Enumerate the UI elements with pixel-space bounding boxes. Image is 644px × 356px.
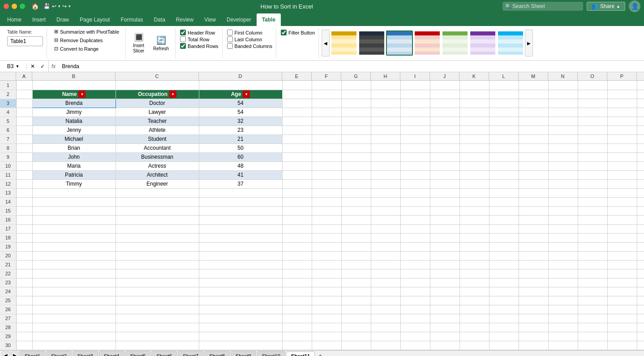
cell-J9[interactable] xyxy=(430,152,459,161)
cell-H29[interactable] xyxy=(371,332,400,341)
cell-K10[interactable] xyxy=(459,161,489,170)
cell-Q5[interactable] xyxy=(637,117,644,126)
cell-P12[interactable] xyxy=(607,179,637,188)
cell-K28[interactable] xyxy=(459,323,489,332)
cell-F10[interactable] xyxy=(312,161,341,170)
first-column-checkbox[interactable]: First Column xyxy=(227,30,272,35)
cell-A29[interactable] xyxy=(16,332,32,341)
cell-Q6[interactable] xyxy=(637,126,644,135)
cell-Q30[interactable] xyxy=(637,341,644,350)
cell-H7[interactable] xyxy=(371,135,400,143)
cell-K26[interactable] xyxy=(459,305,489,314)
cell-C7[interactable]: Student xyxy=(116,135,199,143)
cell-K20[interactable] xyxy=(459,251,489,260)
redo-icon[interactable]: ↪ xyxy=(62,3,67,9)
cell-G28[interactable] xyxy=(341,323,371,332)
cell-J4[interactable] xyxy=(430,108,459,117)
cell-B4[interactable]: Jimmy xyxy=(32,108,116,117)
cell-E28[interactable] xyxy=(282,323,312,332)
col-header-M[interactable]: M xyxy=(519,72,548,80)
col-header-N[interactable]: N xyxy=(548,72,578,80)
cell-B20[interactable] xyxy=(32,251,116,260)
cell-I30[interactable] xyxy=(400,341,430,350)
cell-I21[interactable] xyxy=(400,260,430,269)
ribbon-tab-home[interactable]: Home xyxy=(2,13,27,26)
ribbon-tab-insert[interactable]: Insert xyxy=(27,13,51,26)
row-number-22[interactable]: 22 xyxy=(0,269,16,278)
cell-M8[interactable] xyxy=(519,143,548,152)
cell-G19[interactable] xyxy=(341,242,371,251)
cell-H19[interactable] xyxy=(371,242,400,251)
cell-G24[interactable] xyxy=(341,287,371,296)
sheet-tab-sheet2[interactable]: Sheet2 xyxy=(46,351,72,356)
cell-O28[interactable] xyxy=(578,323,607,332)
cell-G11[interactable] xyxy=(341,170,371,179)
maximize-button[interactable] xyxy=(20,4,25,9)
cell-Q13[interactable] xyxy=(637,188,644,197)
customize-icon[interactable]: ▾ xyxy=(69,4,71,9)
table-style-thumb-0[interactable] xyxy=(331,30,357,56)
cell-E26[interactable] xyxy=(282,305,312,314)
cell-F17[interactable] xyxy=(312,224,341,233)
cell-D16[interactable] xyxy=(199,215,282,224)
cell-L2[interactable] xyxy=(489,90,519,99)
cell-G29[interactable] xyxy=(341,332,371,341)
cell-P10[interactable] xyxy=(607,161,637,170)
row-number-4[interactable]: 4 xyxy=(0,108,16,117)
cell-I9[interactable] xyxy=(400,152,430,161)
cell-I28[interactable] xyxy=(400,323,430,332)
cell-P16[interactable] xyxy=(607,215,637,224)
cell-J10[interactable] xyxy=(430,161,459,170)
cell-E20[interactable] xyxy=(282,251,312,260)
cell-J1[interactable] xyxy=(430,81,459,90)
row-number-27[interactable]: 27 xyxy=(0,314,16,323)
cell-A13[interactable] xyxy=(16,188,32,197)
cell-H20[interactable] xyxy=(371,251,400,260)
cell-A21[interactable] xyxy=(16,260,32,269)
cell-P31[interactable] xyxy=(607,350,637,350)
cell-B22[interactable] xyxy=(32,269,116,278)
cell-D12[interactable]: 37 xyxy=(199,179,282,188)
cell-N29[interactable] xyxy=(548,332,578,341)
cell-I26[interactable] xyxy=(400,305,430,314)
cell-O4[interactable] xyxy=(578,108,607,117)
cell-L8[interactable] xyxy=(489,143,519,152)
cell-B25[interactable] xyxy=(32,296,116,305)
cell-A31[interactable] xyxy=(16,350,32,350)
cell-M12[interactable] xyxy=(519,179,548,188)
grid-wrapper[interactable]: 12Name▼Occupation▼Age▼3BrendaDoctor544Ji… xyxy=(0,81,644,350)
cell-L11[interactable] xyxy=(489,170,519,179)
cell-F9[interactable] xyxy=(312,152,341,161)
cell-K12[interactable] xyxy=(459,179,489,188)
row-number-5[interactable]: 5 xyxy=(0,117,16,126)
cell-C16[interactable] xyxy=(116,215,199,224)
col-header-B[interactable]: B xyxy=(32,72,116,80)
row-number-17[interactable]: 17 xyxy=(0,224,16,233)
cell-L10[interactable] xyxy=(489,161,519,170)
sheet-tab-sheet6[interactable]: Sheet6 xyxy=(151,351,177,356)
cell-O25[interactable] xyxy=(578,296,607,305)
cell-E2[interactable] xyxy=(282,90,312,99)
ribbon-tab-page layout[interactable]: Page Layout xyxy=(74,13,115,26)
cell-G12[interactable] xyxy=(341,179,371,188)
cell-H28[interactable] xyxy=(371,323,400,332)
cell-C27[interactable] xyxy=(116,314,199,323)
cell-N1[interactable] xyxy=(548,81,578,90)
cell-L15[interactable] xyxy=(489,206,519,215)
cell-K8[interactable] xyxy=(459,143,489,152)
formula-cancel-button[interactable]: ✕ xyxy=(29,62,37,70)
col-header-P[interactable]: P xyxy=(607,72,637,80)
cell-L25[interactable] xyxy=(489,296,519,305)
cell-D13[interactable] xyxy=(199,188,282,197)
cell-O16[interactable] xyxy=(578,215,607,224)
cell-K29[interactable] xyxy=(459,332,489,341)
cell-H11[interactable] xyxy=(371,170,400,179)
cell-A6[interactable] xyxy=(16,126,32,135)
cell-M7[interactable] xyxy=(519,135,548,143)
cell-M6[interactable] xyxy=(519,126,548,135)
cell-Q26[interactable] xyxy=(637,305,644,314)
cell-G6[interactable] xyxy=(341,126,371,135)
cell-C18[interactable] xyxy=(116,233,199,242)
cell-P4[interactable] xyxy=(607,108,637,117)
cell-K11[interactable] xyxy=(459,170,489,179)
